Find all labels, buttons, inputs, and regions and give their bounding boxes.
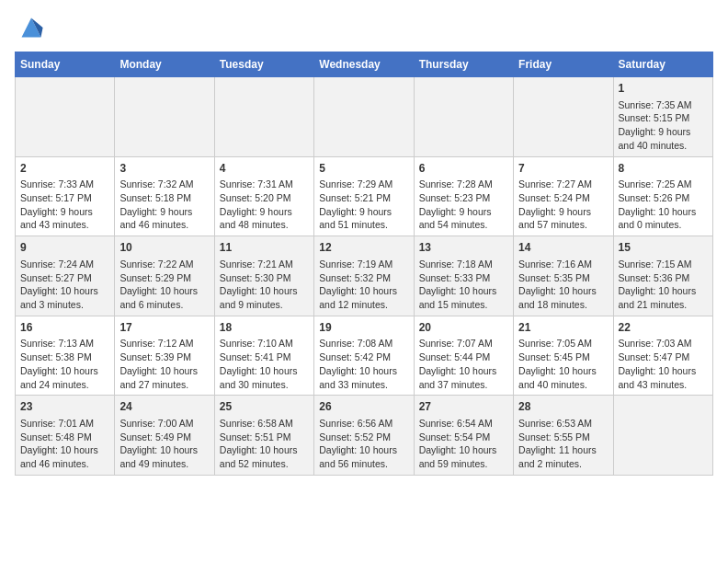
- day-info: Daylight: 10 hours and 30 minutes.: [220, 364, 309, 391]
- day-info: Sunset: 5:44 PM: [419, 350, 508, 364]
- day-info: Sunrise: 7:35 AM: [619, 98, 708, 112]
- calendar-cell: 15Sunrise: 7:15 AMSunset: 5:36 PMDayligh…: [613, 236, 712, 316]
- day-info: Sunrise: 7:28 AM: [419, 178, 508, 191]
- day-info: Sunset: 5:27 PM: [20, 271, 109, 285]
- day-info: Sunrise: 7:24 AM: [20, 258, 109, 271]
- day-info: Sunrise: 7:31 AM: [220, 178, 309, 191]
- day-info: Sunset: 5:33 PM: [419, 271, 508, 285]
- day-info: Daylight: 10 hours and 21 minutes.: [619, 284, 708, 311]
- calendar-cell: [514, 77, 613, 157]
- day-info: Daylight: 10 hours and 6 minutes.: [119, 284, 209, 311]
- day-info: Sunrise: 7:27 AM: [518, 178, 608, 191]
- day-info: Sunrise: 6:54 AM: [419, 417, 508, 431]
- day-info: Daylight: 9 hours and 40 minutes.: [619, 125, 708, 152]
- calendar-week-row: 23Sunrise: 7:01 AMSunset: 5:48 PMDayligh…: [16, 396, 713, 476]
- day-number: 6: [419, 161, 508, 177]
- day-info: Sunrise: 7:18 AM: [419, 258, 508, 271]
- day-info: Sunrise: 6:53 AM: [518, 417, 608, 431]
- day-info: Sunset: 5:47 PM: [619, 350, 708, 364]
- weekday-header-thursday: Thursday: [414, 52, 513, 77]
- day-number: 26: [319, 399, 408, 415]
- day-number: 10: [119, 240, 209, 256]
- day-info: Daylight: 10 hours and 33 minutes.: [319, 364, 408, 391]
- weekday-header-tuesday: Tuesday: [214, 52, 313, 77]
- day-info: Daylight: 10 hours and 40 minutes.: [518, 364, 608, 391]
- calendar-cell: 22Sunrise: 7:03 AMSunset: 5:47 PMDayligh…: [613, 316, 712, 396]
- calendar-cell: [414, 77, 513, 157]
- calendar-cell: 9Sunrise: 7:24 AMSunset: 5:27 PMDaylight…: [16, 236, 115, 316]
- day-info: Daylight: 10 hours and 3 minutes.: [20, 284, 109, 311]
- calendar-cell: 6Sunrise: 7:28 AMSunset: 5:23 PMDaylight…: [414, 156, 513, 236]
- calendar-cell: 21Sunrise: 7:05 AMSunset: 5:45 PMDayligh…: [514, 316, 613, 396]
- day-info: Sunrise: 7:21 AM: [220, 258, 309, 271]
- day-info: Sunrise: 7:32 AM: [119, 178, 209, 191]
- day-info: Sunrise: 7:07 AM: [419, 337, 508, 350]
- day-info: Sunset: 5:52 PM: [319, 431, 408, 444]
- day-info: Sunset: 5:54 PM: [419, 431, 508, 444]
- day-info: Sunset: 5:36 PM: [619, 271, 708, 285]
- day-number: 16: [20, 320, 109, 336]
- day-info: Sunrise: 6:58 AM: [220, 417, 309, 431]
- calendar-cell: 26Sunrise: 6:56 AMSunset: 5:52 PMDayligh…: [314, 396, 414, 476]
- calendar-cell: 3Sunrise: 7:32 AMSunset: 5:18 PMDaylight…: [115, 156, 214, 236]
- calendar-cell: 18Sunrise: 7:10 AMSunset: 5:41 PMDayligh…: [214, 316, 313, 396]
- logo-icon: [18, 15, 44, 40]
- day-info: Sunset: 5:24 PM: [518, 191, 608, 205]
- day-info: Sunset: 5:21 PM: [319, 191, 408, 205]
- day-number: 13: [419, 240, 508, 256]
- day-number: 15: [619, 240, 708, 256]
- calendar-cell: [16, 77, 115, 157]
- day-info: Sunrise: 7:15 AM: [619, 258, 708, 271]
- day-info: Sunset: 5:29 PM: [119, 271, 209, 285]
- day-info: Sunrise: 7:01 AM: [20, 417, 109, 431]
- day-info: Sunrise: 7:05 AM: [518, 337, 608, 350]
- day-number: 1: [619, 81, 708, 97]
- day-number: 20: [419, 320, 508, 336]
- weekday-header-saturday: Saturday: [613, 52, 712, 77]
- day-info: Sunset: 5:39 PM: [119, 350, 209, 364]
- calendar-cell: 24Sunrise: 7:00 AMSunset: 5:49 PMDayligh…: [115, 396, 214, 476]
- day-info: Daylight: 10 hours and 12 minutes.: [319, 284, 408, 311]
- calendar-cell: 5Sunrise: 7:29 AMSunset: 5:21 PMDaylight…: [314, 156, 414, 236]
- day-number: 4: [220, 161, 309, 177]
- day-info: Sunrise: 7:00 AM: [119, 417, 209, 431]
- day-info: Daylight: 10 hours and 52 minutes.: [220, 443, 309, 470]
- day-info: Daylight: 9 hours and 51 minutes.: [319, 205, 408, 232]
- day-info: Sunset: 5:55 PM: [518, 431, 608, 444]
- day-info: Sunset: 5:15 PM: [619, 111, 708, 125]
- calendar-cell: [115, 77, 214, 157]
- day-info: Sunset: 5:42 PM: [319, 350, 408, 364]
- page-header: [15, 15, 713, 40]
- calendar-cell: 13Sunrise: 7:18 AMSunset: 5:33 PMDayligh…: [414, 236, 513, 316]
- day-info: Sunset: 5:32 PM: [319, 271, 408, 285]
- calendar-cell: [214, 77, 313, 157]
- day-info: Sunrise: 7:12 AM: [119, 337, 209, 350]
- day-info: Daylight: 10 hours and 27 minutes.: [119, 364, 209, 391]
- day-number: 3: [119, 161, 209, 177]
- day-info: Sunrise: 7:03 AM: [619, 337, 708, 350]
- day-number: 8: [619, 161, 708, 177]
- day-info: Sunrise: 7:25 AM: [619, 178, 708, 191]
- calendar-cell: 1Sunrise: 7:35 AMSunset: 5:15 PMDaylight…: [613, 77, 712, 157]
- day-number: 7: [518, 161, 608, 177]
- day-info: Sunrise: 7:22 AM: [119, 258, 209, 271]
- day-number: 23: [20, 399, 109, 415]
- day-info: Sunrise: 7:29 AM: [319, 178, 408, 191]
- day-number: 9: [20, 240, 109, 256]
- day-number: 21: [518, 320, 608, 336]
- day-number: 28: [518, 399, 608, 415]
- calendar-cell: 12Sunrise: 7:19 AMSunset: 5:32 PMDayligh…: [314, 236, 414, 316]
- weekday-header-friday: Friday: [514, 52, 613, 77]
- calendar-cell: 19Sunrise: 7:08 AMSunset: 5:42 PMDayligh…: [314, 316, 414, 396]
- day-number: 14: [518, 240, 608, 256]
- day-info: Daylight: 10 hours and 15 minutes.: [419, 284, 508, 311]
- day-info: Daylight: 10 hours and 46 minutes.: [20, 443, 109, 470]
- day-info: Sunset: 5:18 PM: [119, 191, 209, 205]
- calendar-cell: 2Sunrise: 7:33 AMSunset: 5:17 PMDaylight…: [16, 156, 115, 236]
- day-number: 27: [419, 399, 508, 415]
- day-info: Daylight: 9 hours and 57 minutes.: [518, 205, 608, 232]
- day-info: Sunset: 5:17 PM: [20, 191, 109, 205]
- day-info: Daylight: 10 hours and 24 minutes.: [20, 364, 109, 391]
- day-info: Daylight: 9 hours and 43 minutes.: [20, 205, 109, 232]
- weekday-header-monday: Monday: [115, 52, 214, 77]
